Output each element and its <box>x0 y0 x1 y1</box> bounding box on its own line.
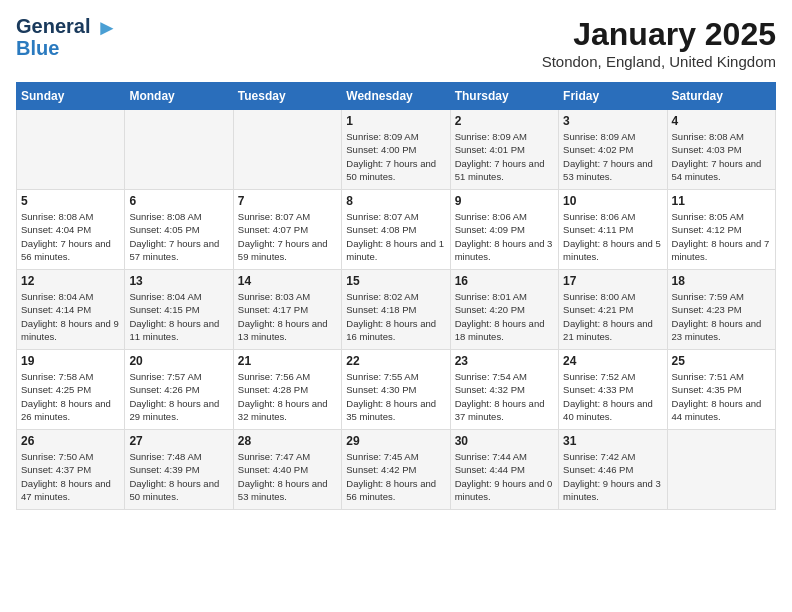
day-number: 9 <box>455 194 554 208</box>
day-info: Sunrise: 8:02 AM Sunset: 4:18 PM Dayligh… <box>346 290 445 343</box>
calendar-week-row: 5Sunrise: 8:08 AM Sunset: 4:04 PM Daylig… <box>17 190 776 270</box>
logo-blue: Blue <box>16 37 59 60</box>
day-info: Sunrise: 8:09 AM Sunset: 4:01 PM Dayligh… <box>455 130 554 183</box>
table-row: 28Sunrise: 7:47 AM Sunset: 4:40 PM Dayli… <box>233 430 341 510</box>
table-row: 29Sunrise: 7:45 AM Sunset: 4:42 PM Dayli… <box>342 430 450 510</box>
day-info: Sunrise: 8:00 AM Sunset: 4:21 PM Dayligh… <box>563 290 662 343</box>
table-row <box>17 110 125 190</box>
header-wednesday: Wednesday <box>342 83 450 110</box>
day-number: 11 <box>672 194 771 208</box>
table-row: 24Sunrise: 7:52 AM Sunset: 4:33 PM Dayli… <box>559 350 667 430</box>
table-row: 16Sunrise: 8:01 AM Sunset: 4:20 PM Dayli… <box>450 270 558 350</box>
calendar-week-row: 19Sunrise: 7:58 AM Sunset: 4:25 PM Dayli… <box>17 350 776 430</box>
calendar-week-row: 26Sunrise: 7:50 AM Sunset: 4:37 PM Dayli… <box>17 430 776 510</box>
table-row: 30Sunrise: 7:44 AM Sunset: 4:44 PM Dayli… <box>450 430 558 510</box>
day-info: Sunrise: 8:09 AM Sunset: 4:00 PM Dayligh… <box>346 130 445 183</box>
day-info: Sunrise: 7:44 AM Sunset: 4:44 PM Dayligh… <box>455 450 554 503</box>
header-sunday: Sunday <box>17 83 125 110</box>
day-number: 10 <box>563 194 662 208</box>
day-number: 28 <box>238 434 337 448</box>
day-info: Sunrise: 8:06 AM Sunset: 4:09 PM Dayligh… <box>455 210 554 263</box>
day-number: 24 <box>563 354 662 368</box>
day-info: Sunrise: 8:08 AM Sunset: 4:05 PM Dayligh… <box>129 210 228 263</box>
table-row: 27Sunrise: 7:48 AM Sunset: 4:39 PM Dayli… <box>125 430 233 510</box>
day-number: 5 <box>21 194 120 208</box>
day-number: 20 <box>129 354 228 368</box>
day-info: Sunrise: 7:48 AM Sunset: 4:39 PM Dayligh… <box>129 450 228 503</box>
table-row: 21Sunrise: 7:56 AM Sunset: 4:28 PM Dayli… <box>233 350 341 430</box>
header-friday: Friday <box>559 83 667 110</box>
day-info: Sunrise: 8:09 AM Sunset: 4:02 PM Dayligh… <box>563 130 662 183</box>
calendar-week-row: 12Sunrise: 8:04 AM Sunset: 4:14 PM Dayli… <box>17 270 776 350</box>
calendar-title: January 2025 <box>542 16 776 53</box>
title-area: January 2025 Stondon, England, United Ki… <box>542 16 776 70</box>
calendar-week-row: 1Sunrise: 8:09 AM Sunset: 4:00 PM Daylig… <box>17 110 776 190</box>
day-info: Sunrise: 8:01 AM Sunset: 4:20 PM Dayligh… <box>455 290 554 343</box>
table-row: 10Sunrise: 8:06 AM Sunset: 4:11 PM Dayli… <box>559 190 667 270</box>
table-row: 23Sunrise: 7:54 AM Sunset: 4:32 PM Dayli… <box>450 350 558 430</box>
header-thursday: Thursday <box>450 83 558 110</box>
day-info: Sunrise: 7:54 AM Sunset: 4:32 PM Dayligh… <box>455 370 554 423</box>
table-row: 11Sunrise: 8:05 AM Sunset: 4:12 PM Dayli… <box>667 190 775 270</box>
day-info: Sunrise: 7:59 AM Sunset: 4:23 PM Dayligh… <box>672 290 771 343</box>
day-number: 26 <box>21 434 120 448</box>
day-number: 22 <box>346 354 445 368</box>
table-row: 15Sunrise: 8:02 AM Sunset: 4:18 PM Dayli… <box>342 270 450 350</box>
calendar-body: 1Sunrise: 8:09 AM Sunset: 4:00 PM Daylig… <box>17 110 776 510</box>
table-row: 6Sunrise: 8:08 AM Sunset: 4:05 PM Daylig… <box>125 190 233 270</box>
day-number: 3 <box>563 114 662 128</box>
day-number: 13 <box>129 274 228 288</box>
day-info: Sunrise: 7:50 AM Sunset: 4:37 PM Dayligh… <box>21 450 120 503</box>
table-row: 25Sunrise: 7:51 AM Sunset: 4:35 PM Dayli… <box>667 350 775 430</box>
header: General ► Blue January 2025 Stondon, Eng… <box>16 16 776 70</box>
day-number: 18 <box>672 274 771 288</box>
day-number: 27 <box>129 434 228 448</box>
table-row: 7Sunrise: 8:07 AM Sunset: 4:07 PM Daylig… <box>233 190 341 270</box>
day-info: Sunrise: 7:42 AM Sunset: 4:46 PM Dayligh… <box>563 450 662 503</box>
day-number: 16 <box>455 274 554 288</box>
day-info: Sunrise: 7:51 AM Sunset: 4:35 PM Dayligh… <box>672 370 771 423</box>
day-info: Sunrise: 7:55 AM Sunset: 4:30 PM Dayligh… <box>346 370 445 423</box>
calendar-table: Sunday Monday Tuesday Wednesday Thursday… <box>16 82 776 510</box>
day-number: 4 <box>672 114 771 128</box>
day-info: Sunrise: 8:07 AM Sunset: 4:07 PM Dayligh… <box>238 210 337 263</box>
weekday-header-row: Sunday Monday Tuesday Wednesday Thursday… <box>17 83 776 110</box>
calendar-subtitle: Stondon, England, United Kingdom <box>542 53 776 70</box>
day-number: 14 <box>238 274 337 288</box>
table-row <box>667 430 775 510</box>
table-row: 17Sunrise: 8:00 AM Sunset: 4:21 PM Dayli… <box>559 270 667 350</box>
day-number: 15 <box>346 274 445 288</box>
day-info: Sunrise: 8:05 AM Sunset: 4:12 PM Dayligh… <box>672 210 771 263</box>
day-number: 12 <box>21 274 120 288</box>
day-info: Sunrise: 7:56 AM Sunset: 4:28 PM Dayligh… <box>238 370 337 423</box>
day-info: Sunrise: 7:58 AM Sunset: 4:25 PM Dayligh… <box>21 370 120 423</box>
header-saturday: Saturday <box>667 83 775 110</box>
day-number: 8 <box>346 194 445 208</box>
table-row: 14Sunrise: 8:03 AM Sunset: 4:17 PM Dayli… <box>233 270 341 350</box>
day-info: Sunrise: 8:04 AM Sunset: 4:14 PM Dayligh… <box>21 290 120 343</box>
day-number: 25 <box>672 354 771 368</box>
day-info: Sunrise: 8:08 AM Sunset: 4:03 PM Dayligh… <box>672 130 771 183</box>
table-row: 12Sunrise: 8:04 AM Sunset: 4:14 PM Dayli… <box>17 270 125 350</box>
day-number: 6 <box>129 194 228 208</box>
day-info: Sunrise: 7:52 AM Sunset: 4:33 PM Dayligh… <box>563 370 662 423</box>
table-row: 3Sunrise: 8:09 AM Sunset: 4:02 PM Daylig… <box>559 110 667 190</box>
day-number: 1 <box>346 114 445 128</box>
day-number: 7 <box>238 194 337 208</box>
table-row: 2Sunrise: 8:09 AM Sunset: 4:01 PM Daylig… <box>450 110 558 190</box>
logo: General ► Blue <box>16 16 118 60</box>
table-row: 13Sunrise: 8:04 AM Sunset: 4:15 PM Dayli… <box>125 270 233 350</box>
table-row: 8Sunrise: 8:07 AM Sunset: 4:08 PM Daylig… <box>342 190 450 270</box>
table-row: 31Sunrise: 7:42 AM Sunset: 4:46 PM Dayli… <box>559 430 667 510</box>
day-number: 29 <box>346 434 445 448</box>
table-row: 18Sunrise: 7:59 AM Sunset: 4:23 PM Dayli… <box>667 270 775 350</box>
table-row: 9Sunrise: 8:06 AM Sunset: 4:09 PM Daylig… <box>450 190 558 270</box>
day-number: 17 <box>563 274 662 288</box>
day-info: Sunrise: 8:08 AM Sunset: 4:04 PM Dayligh… <box>21 210 120 263</box>
table-row: 26Sunrise: 7:50 AM Sunset: 4:37 PM Dayli… <box>17 430 125 510</box>
day-info: Sunrise: 7:47 AM Sunset: 4:40 PM Dayligh… <box>238 450 337 503</box>
header-monday: Monday <box>125 83 233 110</box>
table-row <box>233 110 341 190</box>
day-info: Sunrise: 8:03 AM Sunset: 4:17 PM Dayligh… <box>238 290 337 343</box>
table-row: 4Sunrise: 8:08 AM Sunset: 4:03 PM Daylig… <box>667 110 775 190</box>
